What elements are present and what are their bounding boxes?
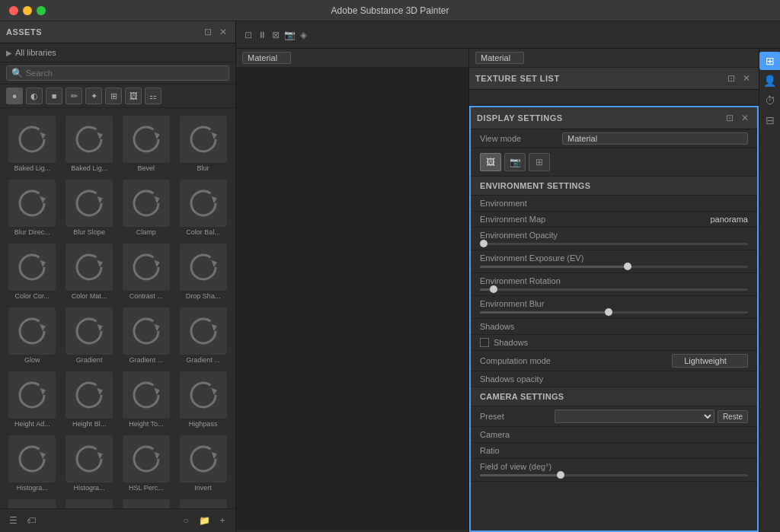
asset-item[interactable]: Height Ad... <box>5 368 60 431</box>
asset-item[interactable]: Height To... <box>119 368 174 431</box>
asset-item[interactable]: Drop Sha... <box>175 241 231 303</box>
ds-title: DISPLAY SETTINGS <box>477 113 563 123</box>
texture-expand-button[interactable]: ⊡ <box>725 72 737 84</box>
asset-item[interactable]: Contrast ... <box>119 241 174 303</box>
env-exposure-thumb[interactable] <box>624 263 631 270</box>
texture-close-button[interactable]: ✕ <box>740 72 753 84</box>
asset-item[interactable]: Gradient ... <box>119 304 174 367</box>
asset-item[interactable]: Clamp <box>119 177 174 239</box>
asset-item[interactable]: Gradient <box>62 304 117 367</box>
window-controls[interactable] <box>9 6 46 15</box>
svg-marker-15 <box>211 195 218 203</box>
asset-item[interactable]: Glow <box>5 304 60 367</box>
minimize-button[interactable] <box>23 6 32 15</box>
asset-item[interactable]: Height Bl... <box>62 368 117 431</box>
asset-item[interactable]: Baked Lig... <box>5 113 60 175</box>
svg-point-36 <box>134 383 158 407</box>
all-libraries-label[interactable]: All libraries <box>15 48 56 57</box>
asset-item[interactable]: MatFinish... <box>62 496 117 508</box>
asset-item[interactable]: Color Bal... <box>175 177 231 239</box>
asset-item[interactable]: Baked Lig... <box>62 113 117 175</box>
nav-arrow-icon: ▶ <box>6 49 12 57</box>
filter-image-icon[interactable]: 🖼 <box>125 88 142 104</box>
toolbar-btn-camera[interactable]: 📷 <box>283 29 296 41</box>
shadows-checkbox[interactable] <box>480 338 489 347</box>
asset-item[interactable]: Blur <box>175 113 231 175</box>
asset-item[interactable]: Color Cor... <box>5 241 60 303</box>
asset-item[interactable]: Blur Direc... <box>5 177 60 239</box>
asset-item[interactable]: Mask Out... <box>5 496 60 508</box>
tool-btn-display[interactable]: ⊞ <box>759 52 781 70</box>
asset-item[interactable]: Histogra... <box>5 432 60 495</box>
asset-item[interactable]: Gradient ... <box>175 304 231 367</box>
ds-tab-image[interactable]: 🖼 <box>480 153 501 171</box>
asset-label: Height Bl... <box>64 420 114 428</box>
left-viewport: Material <box>236 49 469 532</box>
asset-item[interactable]: Blur Slope <box>62 177 117 239</box>
toolbar-btn-1[interactable]: ⊡ <box>242 29 254 41</box>
close-button[interactable] <box>9 6 18 15</box>
asset-item[interactable]: Histogra... <box>62 432 117 495</box>
filter-circle-icon[interactable]: ● <box>6 88 23 104</box>
left-viewport-select[interactable]: Material <box>242 52 291 64</box>
panel-close-button[interactable]: ✕ <box>217 26 229 38</box>
filter-mesh-icon[interactable]: ⊞ <box>105 88 122 104</box>
toolbar-btn-pause[interactable]: ⏸ <box>256 29 268 41</box>
svg-point-8 <box>20 191 44 215</box>
tool-btn-layers[interactable]: ⊟ <box>761 111 779 129</box>
right-viewport-select[interactable]: Material <box>475 52 524 64</box>
asset-item[interactable]: Highpass <box>175 368 231 431</box>
footer-folder-icon[interactable]: 📁 <box>197 514 211 527</box>
env-rotation-slider[interactable] <box>480 288 748 291</box>
search-input[interactable] <box>26 68 224 78</box>
tool-btn-history[interactable]: ⏱ <box>761 91 779 110</box>
ds-expand-button[interactable]: ⊡ <box>724 112 736 124</box>
computation-value[interactable]: Lightweight <box>672 354 748 368</box>
preset-select[interactable] <box>555 409 714 423</box>
footer-add-icon[interactable]: + <box>216 514 229 527</box>
footer-circle-icon[interactable]: ○ <box>179 514 193 527</box>
asset-label: Highpass <box>178 420 229 428</box>
assets-panel: ASSETS ⊡ ✕ ▶ All libraries 🔍 ● ◐ ■ ✏ ✦ ⊞… <box>0 21 236 532</box>
toolbar-btn-5[interactable]: ◈ <box>297 29 309 41</box>
filter-star-icon[interactable]: ✦ <box>85 88 102 104</box>
view-mode-select[interactable]: Material <box>562 132 748 145</box>
asset-label: Height To... <box>121 420 171 428</box>
asset-item[interactable]: Color Mat... <box>62 241 117 303</box>
footer-tag-icon[interactable]: 🏷 <box>24 514 38 527</box>
filter-halfcircle-icon[interactable]: ◐ <box>26 88 43 104</box>
footer-list-icon[interactable]: ☰ <box>6 514 20 527</box>
env-opacity-thumb[interactable] <box>480 240 488 247</box>
svg-point-26 <box>77 319 101 343</box>
svg-point-4 <box>134 127 158 151</box>
fov-slider[interactable] <box>480 474 748 476</box>
filter-pencil-icon[interactable]: ✏ <box>66 88 82 104</box>
env-blur-thumb[interactable] <box>605 308 612 316</box>
ds-close-button[interactable]: ✕ <box>739 112 751 124</box>
asset-item[interactable]: MatFinish... <box>119 496 174 508</box>
filter-grid-icon[interactable]: ⚏ <box>145 88 161 104</box>
svg-point-30 <box>191 319 216 343</box>
asset-item[interactable]: MatFinish... <box>175 496 231 508</box>
asset-thumbnail <box>180 116 227 163</box>
fov-thumb[interactable] <box>557 471 564 479</box>
svg-marker-29 <box>154 323 161 331</box>
maximize-button[interactable] <box>37 6 46 15</box>
ds-tab-video[interactable]: 📷 <box>504 153 526 171</box>
svg-marker-23 <box>211 259 218 267</box>
asset-item[interactable]: HSL Perc... <box>119 432 174 495</box>
env-map-label: Environment Map <box>480 215 710 224</box>
ds-tab-settings[interactable]: ⊞ <box>529 153 550 171</box>
asset-item[interactable]: Invert <box>175 432 231 495</box>
panel-expand-button[interactable]: ⊡ <box>202 26 214 38</box>
tool-btn-user[interactable]: 👤 <box>761 72 779 90</box>
env-rotation-thumb[interactable] <box>490 285 497 293</box>
asset-item[interactable]: Bevel <box>119 113 174 175</box>
filter-square-icon[interactable]: ■ <box>46 88 62 104</box>
env-opacity-slider[interactable] <box>480 243 748 245</box>
preset-reset-button[interactable]: Reste <box>718 410 748 423</box>
svg-point-10 <box>77 191 101 215</box>
env-exposure-slider[interactable] <box>480 266 748 268</box>
toolbar-btn-3[interactable]: ⊠ <box>270 29 282 41</box>
env-blur-slider[interactable] <box>480 311 748 314</box>
